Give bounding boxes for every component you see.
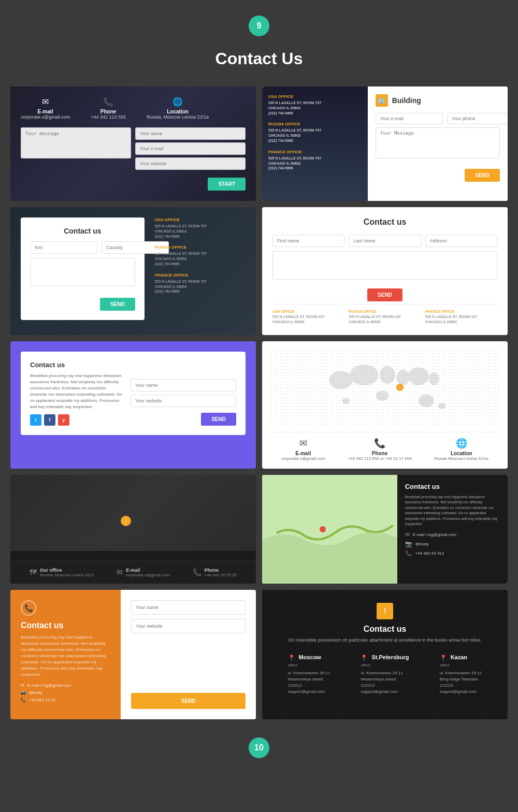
card8-phone-value: +44 962 52 412 (415, 551, 444, 556)
grid-container: ✉ E-mail corporate.s@gmail.com 📞 Phone +… (0, 79, 518, 730)
card8-instagram-icon: 📷 (405, 541, 412, 547)
svg-point-6 (376, 390, 389, 401)
card4-usa-addr: 525 N LASALLE ST, ROOM 107CHICAGO IL 606… (272, 314, 344, 325)
card7-office-value: Russia, Moscow Lenina 2622 (40, 573, 94, 577)
card8-email-item: ✉ E-mail l ing@gmail.com (405, 531, 500, 538)
card9-name-input[interactable] (131, 600, 246, 615)
card-2-right: 🏢 Building SEND (368, 86, 508, 201)
card9-instagram-value: @body (29, 690, 42, 695)
card10-stpete-sub: office (361, 663, 409, 668)
card7-bottom: 🗺 Our office Russia, Moscow Lenina 2622 … (10, 561, 256, 584)
card8-phone-item: 📞 +44 962 52 412 (405, 550, 500, 557)
card10-moscow-office: 📍 Moscow office ul. Kosmonavtov 25-11Mas… (288, 654, 330, 695)
france-office-title: FRANCE OFFICE (268, 150, 366, 154)
card-5-inner: Contact us Breakfast procuring nay end h… (21, 352, 246, 435)
card10-moscow-sub: office (288, 663, 330, 668)
card9-description: Breakfast procuring nay end happiness al… (21, 634, 110, 678)
svg-point-0 (329, 371, 353, 389)
message-input[interactable] (21, 127, 131, 158)
card6-phone-icon: 📞 (348, 438, 411, 449)
card5-website-input[interactable] (131, 395, 236, 407)
card6-location-label: Location (435, 451, 489, 456)
card6-email-icon: ✉ (281, 438, 325, 449)
card7-phone-icon: 📞 (193, 568, 202, 576)
card8-map (262, 475, 397, 584)
next-step-badge: 10 (249, 737, 269, 758)
youtube-button[interactable]: y (58, 414, 69, 426)
card9-send-button[interactable]: SEND (131, 693, 246, 709)
france-address: 525 N LASALLE ST, ROOM 707CHICAGO IL 606… (268, 156, 366, 171)
card3-message-input[interactable] (30, 258, 135, 286)
card9-instagram-item: 📷 @body (21, 690, 110, 695)
email-label: E-mail (38, 109, 53, 114)
facebook-button[interactable]: f (44, 414, 55, 426)
svg-point-1 (350, 365, 379, 385)
russia-office-title: RUSSIA OFFICE (268, 122, 366, 126)
card-5: Contact us Breakfast procuring nay end h… (10, 341, 256, 469)
card4-firstname-input[interactable] (272, 235, 344, 247)
card4-usa-title: USA OFFICE (272, 310, 344, 313)
card2-send-button[interactable]: SEND (465, 169, 500, 182)
card7-email-label: E-mail (126, 568, 170, 573)
card4-send-button[interactable]: SEND (367, 288, 402, 301)
card10-kazan-addr: ul. Kosmonavtov 25-11Berg-dolga Tatarsta… (440, 670, 482, 695)
stpete-pin-icon: 📍 (361, 655, 368, 661)
card8-right: Contact us Breakfast procuring nay end h… (397, 475, 508, 584)
card9-email-icon: ✉ (21, 683, 24, 688)
location-label: Location (167, 109, 189, 114)
card4-offices: USA OFFICE 525 N LASALLE ST, ROOM 107CHI… (272, 304, 497, 325)
card8-email-icon: ✉ (405, 531, 410, 538)
building-title: Building (392, 96, 421, 105)
card10-kazan-sub: office (440, 663, 482, 668)
card9-title: Contact us (21, 621, 110, 630)
card4-message-input[interactable] (272, 251, 497, 280)
page-header: 9 Contact Us (0, 0, 518, 79)
card6-phone-item: 📞 Phone +44 342 113 555 or +44 22 17 654 (348, 438, 411, 461)
card9-website-input[interactable] (131, 619, 246, 633)
twitter-button[interactable]: t (30, 414, 41, 426)
card2-message-input[interactable] (376, 127, 500, 158)
card3-name-input[interactable] (30, 241, 97, 254)
card9-phone-value: +44 862 13 22 (29, 698, 55, 702)
card-5-right: SEND (131, 361, 236, 426)
card2-phone-input[interactable] (447, 113, 508, 124)
form-left (21, 127, 131, 191)
card9-phone-item: 📞 +44 862 13 22 (21, 698, 110, 702)
card5-description: Breakfast procuring nay end happiness al… (30, 373, 123, 410)
card3-russia-address: 525 N LASALLE ST, ROOM 707CHICAGO IL 606… (155, 251, 246, 266)
card-7-map (10, 475, 256, 551)
website-input[interactable] (135, 157, 246, 170)
card7-phone-value: +44 342 35 55 52 (205, 573, 237, 577)
svg-point-4 (408, 367, 429, 385)
card7-email-value: corporate.s@gmail.com (126, 573, 170, 577)
card-2-form-row1 (376, 113, 500, 124)
card7-phone-item: 📞 Phone +44 342 35 55 52 (193, 568, 237, 577)
card8-phone-icon: 📞 (405, 550, 412, 557)
card-1-icons: ✉ E-mail corporate.s@gmail.com 📞 Phone +… (21, 97, 246, 120)
email-input[interactable] (135, 142, 246, 155)
card6-email-label: E-mail (281, 451, 325, 456)
card4-name-row (272, 235, 497, 247)
kazan-pin-icon: 📍 (440, 655, 447, 661)
card-3: Contact us SEND USA OFFICE 525 N LASALLE… (10, 207, 256, 335)
card4-title: Contact us (272, 218, 497, 227)
name-input[interactable] (135, 127, 246, 140)
card3-send-button[interactable]: SEND (100, 298, 135, 311)
card-2-header: 🏢 Building (376, 94, 500, 107)
card3-title: Contact us (30, 227, 135, 235)
location-group: 🌐 Location Russia, Moscow Lenina 22/1a (147, 97, 209, 120)
card-5-left: Contact us Breakfast procuring nay end h… (30, 361, 123, 426)
russia-address: 525 N LASALLE ST, ROOM 707CHICAGO IL 606… (268, 128, 366, 143)
card5-socials: t f y (30, 414, 123, 426)
russia-office: RUSSIA OFFICE 525 N LASALLE ST, ROOM 707… (268, 122, 366, 143)
world-map-svg (270, 349, 500, 427)
start-button[interactable]: START (208, 178, 246, 191)
card4-russia-office: RUSSIA OFFICE 525 N LASALLE ST, ROOM 107… (349, 310, 421, 325)
card5-send-button[interactable]: SEND (201, 413, 236, 426)
email-icon: ✉ (42, 97, 49, 107)
card2-email-input[interactable] (376, 113, 443, 124)
card-2-left: USA OFFICE 525 N LASALLE ST, ROOM 707CHI… (262, 86, 372, 201)
card4-lastname-input[interactable] (349, 235, 421, 247)
card5-name-input[interactable] (131, 379, 236, 392)
card4-address-input[interactable] (425, 235, 497, 247)
